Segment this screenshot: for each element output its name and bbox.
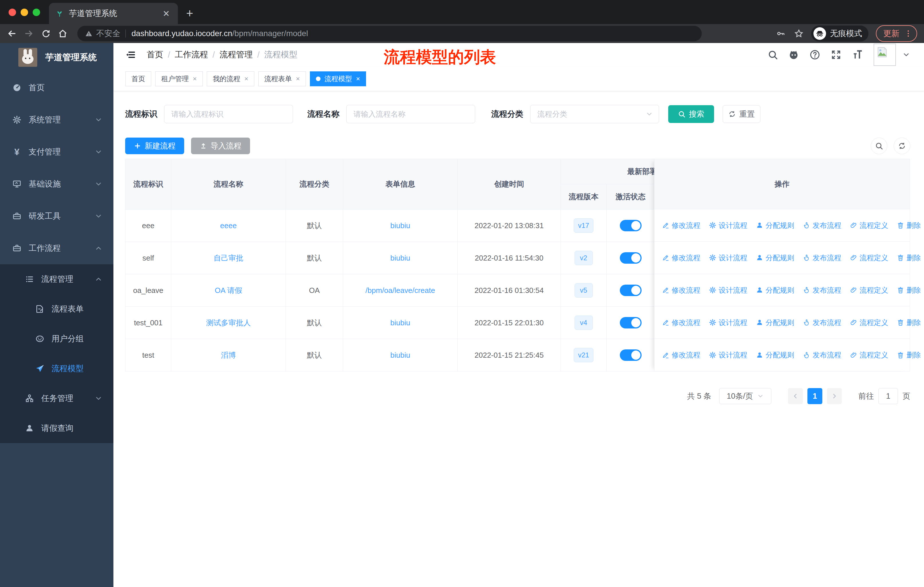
close-tab-icon[interactable]: ✕ (161, 8, 172, 19)
action-design-link[interactable]: 设计流程 (709, 286, 747, 295)
action-definition-link[interactable]: 流程定义 (850, 253, 888, 263)
tag-process-model[interactable]: 流程模型× (310, 71, 366, 86)
form-info-link[interactable]: /bpm/oa/leave/create (365, 286, 435, 295)
search-button[interactable]: 搜索 (668, 105, 714, 123)
version-badge[interactable]: v21 (574, 348, 594, 362)
show-search-button[interactable] (871, 137, 887, 154)
status-toggle[interactable] (620, 220, 642, 231)
action-definition-link[interactable]: 流程定义 (850, 221, 888, 230)
action-delete-link[interactable]: 删除 (897, 221, 921, 230)
status-toggle[interactable] (620, 284, 642, 296)
page-number-button[interactable]: 1 (807, 388, 822, 404)
version-badge[interactable]: v5 (574, 283, 593, 298)
sidebar-item-task-management[interactable]: 任务管理 (0, 384, 114, 413)
sidebar-item-leave-query[interactable]: 请假查询 (0, 413, 114, 443)
browser-menu-icon[interactable] (904, 29, 912, 38)
avatar[interactable] (874, 43, 896, 66)
sidebar-item-process-management[interactable]: 流程管理 (0, 264, 114, 294)
action-edit-link[interactable]: 修改流程 (662, 221, 700, 230)
breadcrumb-workflow[interactable]: 工作流程 (175, 49, 208, 61)
action-publish-link[interactable]: 发布流程 (803, 253, 841, 263)
process-name-input[interactable] (346, 105, 475, 123)
reload-icon[interactable] (41, 29, 50, 38)
form-info-link[interactable]: biubiu (390, 254, 410, 263)
minimize-window-button[interactable] (21, 8, 28, 16)
action-delete-link[interactable]: 删除 (897, 318, 921, 327)
action-delete-link[interactable]: 删除 (897, 253, 921, 263)
app-logo[interactable]: 芋道管理系统 (0, 43, 114, 72)
category-select[interactable]: 流程分类 (530, 105, 659, 123)
avatar-caret-icon[interactable] (902, 51, 910, 59)
action-assign-link[interactable]: 分配规则 (756, 318, 794, 327)
action-publish-link[interactable]: 发布流程 (803, 318, 841, 327)
close-tag-icon[interactable]: × (193, 75, 197, 83)
action-edit-link[interactable]: 修改流程 (662, 318, 700, 327)
new-tab-button[interactable]: + (186, 5, 193, 22)
sidebar-item-infrastructure[interactable]: 基础设施 (0, 168, 114, 200)
sidebar-item-process-model[interactable]: 流程模型 (0, 354, 114, 384)
version-badge[interactable]: v17 (574, 218, 594, 233)
help-icon[interactable] (809, 49, 820, 60)
process-name-link[interactable]: 测试多审批人 (206, 318, 251, 328)
status-toggle[interactable] (620, 349, 642, 361)
refresh-table-button[interactable] (894, 137, 910, 154)
close-window-button[interactable] (8, 8, 16, 16)
action-design-link[interactable]: 设计流程 (709, 318, 747, 327)
action-design-link[interactable]: 设计流程 (709, 350, 747, 360)
sidebar-item-system[interactable]: 系统管理 (0, 104, 114, 136)
next-page-button[interactable] (827, 388, 842, 404)
action-edit-link[interactable]: 修改流程 (662, 253, 700, 263)
process-name-link[interactable]: eeee (220, 221, 237, 230)
forward-icon[interactable] (24, 29, 34, 38)
action-edit-link[interactable]: 修改流程 (662, 286, 700, 295)
sidebar-item-user-group[interactable]: 用户分组 (0, 324, 114, 354)
sidebar-item-home[interactable]: 首页 (0, 72, 114, 104)
sidebar-item-payment[interactable]: ¥ 支付管理 (0, 136, 114, 168)
tag-process-form[interactable]: 流程表单× (258, 71, 306, 86)
action-delete-link[interactable]: 删除 (897, 350, 921, 360)
back-icon[interactable] (7, 29, 16, 38)
action-assign-link[interactable]: 分配规则 (756, 221, 794, 230)
action-publish-link[interactable]: 发布流程 (803, 221, 841, 230)
process-name-link[interactable]: 自己审批 (214, 253, 243, 263)
font-size-icon[interactable] (852, 49, 863, 61)
action-definition-link[interactable]: 流程定义 (850, 350, 888, 360)
breadcrumb-home[interactable]: 首页 (147, 49, 163, 61)
sidebar-item-devtools[interactable]: 研发工具 (0, 200, 114, 232)
close-tag-icon[interactable]: × (356, 75, 360, 83)
form-info-link[interactable]: biubiu (390, 221, 410, 230)
github-icon[interactable] (788, 49, 799, 60)
action-assign-link[interactable]: 分配规则 (756, 253, 794, 263)
status-toggle[interactable] (620, 252, 642, 264)
form-info-link[interactable]: biubiu (390, 351, 410, 360)
sidebar-item-process-form[interactable]: 流程表单 (0, 294, 114, 324)
bookmark-star-icon[interactable] (794, 29, 804, 38)
fullscreen-icon[interactable] (831, 49, 842, 60)
reset-button[interactable]: 重置 (723, 105, 761, 123)
action-assign-link[interactable]: 分配规则 (756, 286, 794, 295)
tag-home[interactable]: 首页 (125, 71, 151, 86)
import-process-button[interactable]: 导入流程 (191, 137, 250, 154)
version-badge[interactable]: v2 (574, 251, 593, 265)
process-name-link[interactable]: OA 请假 (215, 286, 242, 296)
address-bar[interactable]: 不安全 dashboard.yudao.iocoder.cn/bpm/manag… (78, 26, 702, 41)
goto-page-input[interactable] (878, 388, 898, 404)
action-publish-link[interactable]: 发布流程 (803, 350, 841, 360)
sidebar-item-workflow[interactable]: 工作流程 (0, 232, 114, 264)
version-badge[interactable]: v4 (574, 316, 593, 330)
action-definition-link[interactable]: 流程定义 (850, 318, 888, 327)
browser-tab[interactable]: 芋道管理系统 ✕ (49, 3, 178, 24)
close-tag-icon[interactable]: × (296, 75, 300, 83)
action-publish-link[interactable]: 发布流程 (803, 286, 841, 295)
tag-my-process[interactable]: 我的流程× (207, 71, 254, 86)
action-assign-link[interactable]: 分配规则 (756, 350, 794, 360)
tag-tenant[interactable]: 租户管理× (155, 71, 203, 86)
process-name-link[interactable]: 滔博 (221, 350, 236, 360)
action-design-link[interactable]: 设计流程 (709, 253, 747, 263)
collapse-sidebar-icon[interactable] (125, 50, 136, 60)
status-toggle[interactable] (620, 317, 642, 329)
new-process-button[interactable]: 新建流程 (125, 137, 184, 154)
close-tag-icon[interactable]: × (244, 75, 248, 83)
action-design-link[interactable]: 设计流程 (709, 221, 747, 230)
action-edit-link[interactable]: 修改流程 (662, 350, 700, 360)
